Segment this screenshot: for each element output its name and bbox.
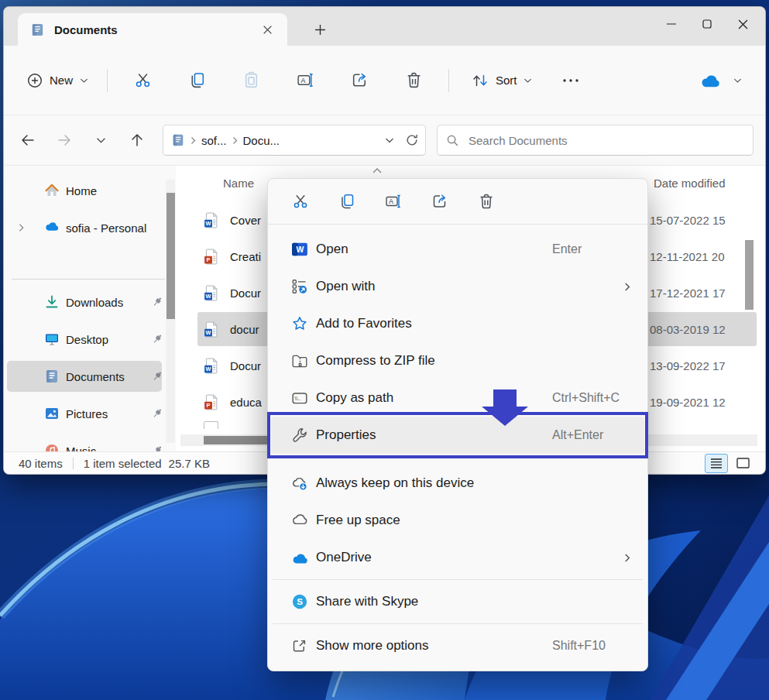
sort-button-label: Sort	[496, 74, 517, 87]
onedrive-cloud-icon	[44, 220, 60, 235]
cut-icon	[133, 70, 153, 90]
menu-item-shortcut: Enter	[552, 242, 582, 256]
svg-text:P: P	[207, 256, 211, 263]
sidebar-item-label: Downloads	[66, 296, 123, 309]
sidebar-item-pictures[interactable]: Pictures	[7, 398, 162, 429]
onedrive-cloud-icon	[699, 72, 723, 88]
file-name: Docur	[230, 287, 261, 300]
sidebar-item-desktop[interactable]: Desktop	[7, 324, 162, 355]
recent-locations-button[interactable]	[86, 125, 115, 155]
menu-item-open[interactable]: W Open Enter	[271, 231, 644, 268]
expander-chevron-icon[interactable]	[18, 223, 27, 232]
navigation-bar: sof... Docu...	[4, 115, 765, 165]
partial-file-icon	[204, 421, 218, 429]
share-button[interactable]	[423, 184, 457, 218]
powerpoint-file-icon: P	[204, 249, 218, 265]
sidebar-item-home[interactable]: Home	[7, 175, 162, 206]
menu-item-label: Show more options	[316, 638, 429, 654]
file-name: Docur	[230, 359, 261, 372]
address-bar[interactable]: sof... Docu...	[163, 125, 426, 156]
file-name: Cover	[230, 214, 261, 227]
rename-button[interactable]: A	[376, 184, 410, 218]
vertical-scrollbar-thumb[interactable]	[745, 240, 754, 310]
details-view-toggle[interactable]	[705, 454, 728, 473]
more-options-button[interactable]	[555, 65, 586, 96]
chevron-down-icon	[80, 77, 88, 84]
cut-button[interactable]	[283, 184, 318, 218]
onedrive-status-button[interactable]	[693, 67, 748, 93]
forward-button[interactable]	[50, 125, 79, 155]
tab-bar: Documents	[4, 7, 765, 46]
menu-item-onedrive[interactable]: OneDrive	[271, 539, 644, 576]
tab-documents[interactable]: Documents	[18, 13, 287, 46]
close-button[interactable]	[725, 7, 760, 41]
paste-button[interactable]	[234, 63, 268, 98]
menu-item-share-with-skype[interactable]: S Share with Skype	[271, 583, 644, 620]
items-count: 40 items	[19, 457, 63, 470]
sidebar-scrollbar-thumb[interactable]	[167, 193, 175, 319]
copy-button[interactable]	[330, 184, 364, 218]
menu-item-label: Open	[316, 242, 348, 257]
menu-item-free-up-space[interactable]: Free up space	[271, 502, 644, 539]
sidebar-item-documents[interactable]: Documents	[7, 361, 162, 392]
context-menu: A W Open Enter Open with	[267, 178, 648, 671]
menu-item-copy-as-path[interactable]: \\.. Copy as path Ctrl+Shift+C	[271, 379, 644, 417]
copy-icon	[187, 70, 207, 90]
menu-item-properties[interactable]: Properties Alt+Enter	[271, 417, 644, 454]
menu-item-open-with[interactable]: Open with	[271, 268, 644, 305]
new-tab-button[interactable]	[307, 18, 332, 41]
svg-text:S: S	[297, 597, 303, 606]
sidebar-item-onedrive-personal[interactable]: sofia - Personal	[7, 212, 162, 243]
cut-button[interactable]	[125, 63, 160, 98]
sidebar-item-downloads[interactable]: Downloads	[7, 287, 162, 317]
menu-item-always-keep-on-device[interactable]: Always keep on this device	[271, 465, 644, 502]
tab-close-button[interactable]	[256, 19, 278, 40]
address-dropdown-chevron-icon[interactable]	[385, 137, 394, 144]
trash-icon	[404, 70, 424, 90]
menu-item-label: OneDrive	[316, 550, 372, 565]
breadcrumb-item[interactable]: Docu...	[243, 134, 280, 147]
document-icon	[30, 22, 45, 37]
word-file-icon: W	[204, 321, 218, 338]
share-button[interactable]	[342, 63, 376, 98]
menu-item-add-to-favorites[interactable]: Add to Favorites	[271, 305, 644, 342]
sort-button[interactable]: Sort	[462, 67, 541, 94]
menu-item-label: Properties	[316, 427, 376, 443]
column-header-date-modified[interactable]: Date modified	[654, 177, 726, 190]
pin-icon	[151, 333, 163, 345]
menu-item-show-more-options[interactable]: Show more options Shift+F10	[271, 627, 644, 664]
menu-item-label: Open with	[316, 279, 376, 294]
breadcrumb-chevron-icon	[191, 136, 196, 145]
column-header-name[interactable]: Name	[223, 177, 254, 190]
sidebar: Home sofia - Personal Downlo	[4, 166, 176, 453]
breadcrumb-item[interactable]: sof...	[201, 134, 227, 147]
refresh-icon[interactable]	[405, 133, 419, 147]
large-icons-view-toggle[interactable]	[731, 454, 754, 473]
rename-button[interactable]: A	[288, 63, 322, 98]
svg-text:A: A	[300, 77, 305, 84]
annotation-arrow-down	[482, 389, 528, 426]
maximize-button[interactable]	[689, 7, 725, 41]
up-button[interactable]	[122, 125, 152, 155]
minimize-button[interactable]	[654, 7, 689, 41]
menu-item-label: Copy as path	[316, 390, 393, 406]
share-icon	[350, 70, 369, 90]
wrench-icon	[291, 427, 308, 444]
word-app-icon: W	[291, 241, 308, 258]
search-box[interactable]	[437, 125, 754, 156]
file-name: docur	[230, 323, 259, 336]
menu-item-compress-to-zip[interactable]: Compress to ZIP file	[271, 342, 644, 379]
delete-button[interactable]	[469, 184, 503, 218]
submenu-chevron-icon	[624, 553, 630, 563]
sidebar-item-label: sofia - Personal	[66, 221, 146, 235]
back-button[interactable]	[13, 125, 43, 155]
breadcrumb-chevron-icon	[232, 136, 238, 145]
rename-icon: A	[296, 70, 315, 90]
sidebar-item-label: Pictures	[66, 407, 108, 420]
delete-button[interactable]	[397, 63, 431, 98]
new-button[interactable]: New	[16, 67, 99, 94]
search-input[interactable]	[467, 133, 745, 148]
copy-button[interactable]	[180, 63, 214, 98]
file-date-modified: 13-09-2022 17	[650, 359, 726, 372]
document-icon	[171, 133, 185, 147]
